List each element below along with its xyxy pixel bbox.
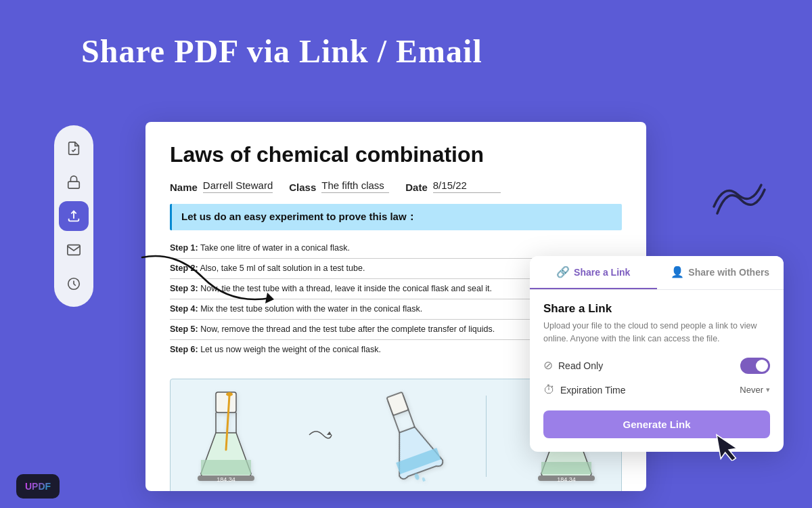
updf-logo-text: UPDF [25,481,51,492]
expiry-select[interactable]: Never ▾ [740,385,770,395]
step1-num: Step 1: [170,243,198,253]
expiry-value: Never [740,385,763,395]
decorative-squiggle [710,179,771,223]
name-label: Name [170,182,198,193]
pdf-fields: Name Darrell Steward Class The fifth cla… [170,179,622,193]
svg-rect-0 [68,182,80,188]
page-title: Share PDF via Link / Email [81,33,482,70]
sidebar-item-file[interactable] [59,133,89,163]
person-icon: 👤 [671,266,684,278]
step5-text: Now, remove the thread and the test tube… [200,324,495,334]
svg-point-18 [422,477,426,483]
step5-num: Step 5: [170,324,198,334]
chevron-down-icon: ▾ [766,385,770,394]
svg-text:184.34: 184.34 [217,476,235,483]
read-only-row: ⊘ Read Only [543,358,770,374]
class-value: The fifth class [321,179,389,193]
step6-text: Let us now weigh the weight of the conic… [200,345,381,354]
share-link-tab[interactable]: 🔗 Share a Link [530,256,657,289]
svg-rect-3 [201,460,251,475]
share-others-tab[interactable]: 👤 Share with Others [657,256,784,289]
svg-text:184.34: 184.34 [557,476,576,483]
sidebar-item-lock[interactable] [59,167,89,197]
step2-num: Step 2: [170,263,198,273]
share-body-title: Share a Link [543,302,770,316]
step2-text: Also, take 5 ml of salt solution in a te… [200,263,365,273]
pdf-highlight: Let us do an easy experiment to prove th… [170,204,622,230]
flask-1: 184.34 CaCl₂ + Na₂SO₄ [196,389,256,484]
flask-2 [382,389,436,484]
svg-rect-2 [216,392,236,412]
date-value: 8/15/22 [433,179,501,193]
date-label: Date [405,182,428,193]
illustration-divider [486,396,487,477]
share-tabs: 🔗 Share a Link 👤 Share with Others [530,256,784,290]
sidebar-item-share[interactable] [59,201,89,231]
name-value: Darrell Steward [203,179,273,193]
pdf-document-title: Laws of chemical combination [170,142,622,167]
step4-text: Mix the test tube solution with the wate… [200,304,422,314]
sidebar-item-save[interactable] [59,269,89,299]
class-label: Class [289,182,316,193]
sidebar [54,125,93,307]
step3-num: Step 3: [170,284,198,293]
share-body-desc: Upload your file to the cloud to send pe… [543,320,770,345]
share-link-tab-label: Share a Link [574,267,630,278]
sidebar-item-mail[interactable] [59,235,89,265]
svg-rect-16 [386,392,408,416]
updf-logo: UPDF [16,474,60,499]
share-others-tab-label: Share with Others [688,267,769,278]
share-body: Share a Link Upload your file to the clo… [530,290,784,452]
share-panel: 🔗 Share a Link 👤 Share with Others Share… [530,256,784,452]
expiry-label: ⏱ Expiration Time [543,383,625,397]
read-only-label: ⊘ Read Only [543,358,603,373]
step3-text: Now, tie the test tube with a thread, le… [200,284,492,293]
svg-rect-20 [541,462,591,474]
flask-arrow [306,425,333,448]
step6-num: Step 6: [170,345,198,354]
read-only-toggle[interactable] [740,358,770,374]
link-icon: 🔗 [556,266,570,278]
expiry-label-text: Expiration Time [560,385,625,396]
readonly-icon: ⊘ [543,358,553,373]
clock-icon: ⏱ [543,383,555,397]
step1-text: Take one litre of water in a conical fla… [200,243,350,253]
read-only-text: Read Only [558,360,603,371]
expiry-row: ⏱ Expiration Time Never ▾ [543,383,770,397]
svg-marker-12 [327,431,332,435]
step4-num: Step 4: [170,304,198,314]
svg-point-7 [226,392,233,396]
